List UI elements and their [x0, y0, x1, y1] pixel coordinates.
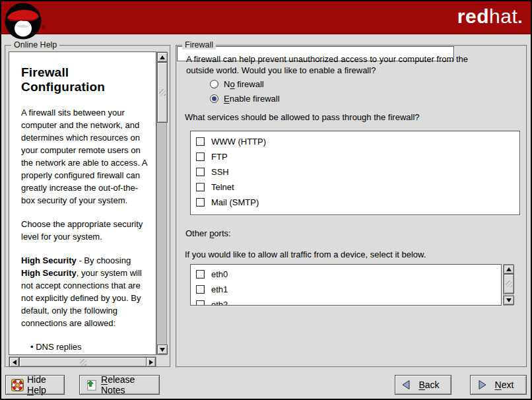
back-arrow-icon — [401, 379, 413, 391]
service-label[interactable]: WWW (HTTP) — [211, 137, 266, 147]
installer-window: redhat. ® Online Help Firewall Configura… — [0, 0, 532, 400]
service-row: Telnet — [191, 180, 519, 195]
service-row: Mail (SMTP) — [191, 195, 519, 210]
device-checkbox[interactable] — [196, 270, 205, 279]
horizontal-scroll-thumb[interactable] — [19, 357, 147, 367]
other-ports-label: Other ports: — [185, 228, 231, 238]
radio-no-firewall-label[interactable]: No firewall — [224, 79, 264, 89]
label-run: N — [224, 79, 230, 89]
label-run: ext — [502, 380, 514, 390]
device-label[interactable]: eth2 — [211, 300, 228, 306]
firewall-frame: Firewall A firewall can help prevent una… — [176, 45, 527, 368]
help-vertical-scrollbar[interactable] — [156, 51, 167, 355]
next-button[interactable]: Next — [470, 375, 527, 395]
registered-mark: ® — [42, 25, 45, 30]
devices-list: eth0 eth1 eth2 — [190, 264, 502, 306]
help-paragraph-2: Choose the appropriate security level fo… — [21, 218, 150, 243]
mnemonic-char: H — [27, 385, 34, 395]
service-checkbox[interactable] — [196, 168, 205, 176]
scroll-left-icon — [13, 360, 17, 365]
back-button[interactable]: Back — [395, 375, 451, 395]
hide-help-label: Hide Help — [27, 374, 59, 395]
label-run: Other — [185, 228, 209, 238]
firewall-frame-label: Firewall — [182, 40, 216, 50]
service-checkbox[interactable] — [196, 198, 205, 207]
devices-scrollbar[interactable] — [503, 264, 514, 306]
help-paragraph-1: A firewall sits between your computer an… — [21, 106, 150, 207]
release-notes-label: Release Notes — [101, 374, 154, 395]
help-bold-term: High Security — [21, 255, 77, 265]
service-checkbox[interactable] — [196, 183, 205, 191]
service-row: FTP — [191, 149, 519, 164]
wordmark-period: . — [517, 7, 523, 27]
firewall-intro-line2: outside world. Would you like to enable … — [186, 65, 376, 75]
next-arrow-icon — [476, 379, 488, 391]
scroll-down-button[interactable] — [504, 296, 514, 305]
service-label[interactable]: Mail (SMTP) — [211, 197, 259, 207]
device-label[interactable]: eth0 — [211, 269, 228, 279]
service-row: SSH — [191, 164, 519, 180]
service-row: WWW (HTTP) — [191, 134, 519, 149]
service-checkbox[interactable] — [196, 152, 205, 161]
vertical-scroll-thumb[interactable] — [157, 62, 168, 123]
scroll-up-icon — [506, 267, 512, 271]
label-run: Hide — [27, 374, 46, 385]
services-list: WWW (HTTP) FTP SSH Telnet — [190, 131, 520, 215]
label-run: nable firewall — [230, 94, 280, 104]
device-row: eth0 — [191, 267, 501, 282]
services-question: What services should be allowed to pass … — [185, 112, 420, 122]
back-label: Back — [413, 380, 446, 390]
online-help-frame: Online Help Firewall Configuration A fir… — [5, 45, 171, 368]
radio-enable-firewall[interactable]: Enable firewall — [210, 94, 280, 104]
release-notes-button[interactable]: Release Notes — [79, 375, 160, 395]
scroll-left-button[interactable] — [9, 357, 19, 367]
scroll-up-button[interactable] — [157, 52, 168, 62]
mnemonic-char: o — [230, 79, 234, 89]
scroll-up-icon — [160, 55, 165, 59]
help-text-run: - By choosing — [77, 255, 131, 265]
mnemonic-char: N — [495, 380, 502, 390]
service-checkbox[interactable] — [196, 137, 205, 146]
devices-question: If you would like to allow all traffic f… — [185, 250, 426, 259]
device-checkbox[interactable] — [196, 300, 205, 306]
help-horizontal-scrollbar[interactable] — [9, 356, 156, 366]
device-row: eth2 — [191, 297, 501, 306]
hide-help-button[interactable]: Hide Help — [5, 375, 65, 395]
label-run: firewall — [235, 79, 264, 89]
service-label[interactable]: FTP — [211, 152, 228, 162]
scroll-right-button[interactable] — [146, 357, 156, 367]
help-bold-term: High Security — [21, 268, 77, 278]
radio-enable-firewall-label[interactable]: Enable firewall — [224, 94, 280, 104]
bullet-glyph: • — [30, 342, 34, 352]
mnemonic-char: R — [101, 374, 108, 385]
online-help-frame-label: Online Help — [11, 40, 59, 50]
radio-button-selected-icon[interactable] — [210, 94, 218, 103]
vertical-scroll-thumb[interactable] — [504, 274, 514, 294]
label-run: ack — [425, 380, 440, 390]
firewall-intro-line1: A firewall can help prevent unauthorized… — [186, 54, 468, 64]
wordmark-red: red — [457, 5, 489, 27]
help-text-area: Firewall Configuration A firewall sits b… — [9, 51, 156, 355]
mnemonic-char: E — [224, 94, 230, 104]
next-label: Next — [488, 380, 521, 390]
label-run: orts: — [214, 228, 230, 238]
label-run: elp — [34, 385, 46, 395]
service-label[interactable]: SSH — [211, 167, 229, 177]
scroll-down-icon — [506, 298, 512, 302]
help-paragraph-3: High Security - By choosing High Securit… — [21, 254, 150, 329]
service-label[interactable]: Telnet — [211, 182, 234, 192]
scroll-down-icon — [160, 348, 165, 352]
scroll-right-icon — [149, 360, 153, 365]
device-label[interactable]: eth1 — [211, 284, 228, 294]
help-bullet-item: • DNS replies — [21, 341, 150, 353]
redhat-wordmark: redhat. — [457, 5, 523, 28]
scroll-up-button[interactable] — [504, 265, 514, 274]
lifebuoy-help-icon — [11, 379, 24, 391]
help-title: Firewall Configuration — [21, 65, 150, 94]
device-checkbox[interactable] — [196, 285, 205, 294]
redhat-shadowman-logo-icon — [4, 2, 42, 40]
radio-no-firewall[interactable]: No firewall — [210, 79, 264, 89]
scroll-down-button[interactable] — [157, 345, 168, 354]
header-banner: redhat. — [1, 1, 531, 34]
radio-button-icon[interactable] — [210, 80, 218, 88]
